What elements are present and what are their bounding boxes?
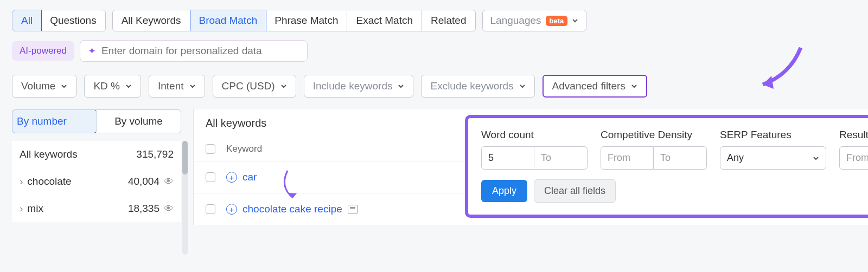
- keyword-link[interactable]: car: [242, 171, 257, 183]
- add-icon[interactable]: +: [226, 204, 237, 215]
- sidebar-item-count: 18,335👁: [128, 203, 174, 215]
- select-all-checkbox[interactable]: [206, 144, 215, 154]
- filter-kd[interactable]: KD %: [84, 75, 141, 98]
- filter-row: Volume KD % Intent CPC (USD) Include key…: [0, 65, 868, 103]
- keyword-cell[interactable]: + chocolate cake recipe: [226, 203, 454, 215]
- filter-exclude[interactable]: Exclude keywords: [421, 75, 534, 98]
- results-serp-filter: Results in SERP: [839, 129, 868, 170]
- chevron-right-icon: ›: [20, 203, 23, 215]
- chevron-down-icon: [280, 83, 287, 89]
- sidebar-item-count: 40,004👁: [128, 176, 174, 187]
- word-count-to[interactable]: [534, 146, 588, 170]
- chevron-down-icon: [398, 83, 404, 89]
- filter-include-label: Include keywords: [313, 80, 393, 92]
- serp-features-select[interactable]: Any: [720, 146, 826, 170]
- sidebar-row-all[interactable]: All keywords 315,792: [12, 141, 181, 168]
- domain-input-wrap[interactable]: ✦: [80, 40, 308, 62]
- sidebar-row-chocolate[interactable]: ›chocolate 40,004👁: [12, 168, 181, 195]
- chevron-down-icon: [189, 83, 196, 89]
- serp-features-filter: SERP Features Any: [720, 129, 826, 170]
- competitive-to[interactable]: [654, 146, 707, 170]
- col-keyword[interactable]: Keyword: [226, 144, 454, 154]
- filter-include[interactable]: Include keywords: [304, 75, 414, 98]
- filter-intent[interactable]: Intent: [149, 75, 205, 98]
- chevron-down-icon: [519, 83, 526, 89]
- sidebar-item-label: ›mix: [20, 203, 43, 215]
- sidebar-item-label: ›chocolate: [20, 176, 72, 187]
- ai-row: AI-powered ✦: [0, 37, 868, 65]
- chevron-right-icon: ›: [20, 176, 23, 187]
- tab-group-type: All Questions: [12, 10, 106, 31]
- sidebar-all-count: 315,792: [136, 148, 174, 160]
- sidebar: By number By volume All keywords 315,792…: [12, 109, 181, 225]
- row-checkbox[interactable]: [206, 204, 215, 214]
- beta-badge: beta: [546, 16, 568, 26]
- results-from[interactable]: [839, 146, 868, 170]
- results-serp-label: Results in SERP: [839, 129, 868, 141]
- clear-all-button[interactable]: Clear all fields: [534, 179, 616, 203]
- tab-related[interactable]: Related: [422, 10, 475, 31]
- chevron-down-icon: [572, 17, 578, 24]
- domain-input[interactable]: [101, 45, 299, 57]
- word-count-from[interactable]: [481, 146, 534, 170]
- chevron-down-icon: [61, 83, 67, 89]
- tab-broad-match[interactable]: Broad Match: [190, 10, 267, 31]
- tab-questions[interactable]: Questions: [41, 10, 105, 31]
- sidebar-tab-volume[interactable]: By volume: [97, 110, 181, 133]
- languages-dropdown[interactable]: Languages beta: [482, 10, 587, 31]
- filter-advanced-label: Advanced filters: [552, 80, 626, 92]
- competitive-label: Competitive Density: [601, 129, 707, 141]
- scrollbar-thumb[interactable]: [182, 141, 188, 174]
- serp-features-label: SERP Features: [720, 129, 826, 141]
- competitive-density-filter: Competitive Density: [601, 129, 707, 170]
- keyword-link[interactable]: chocolate cake recipe: [242, 203, 342, 215]
- sidebar-count-text: 18,335: [128, 203, 159, 215]
- filter-intent-label: Intent: [158, 80, 184, 92]
- table-title: All keywords: [206, 117, 266, 129]
- tab-exact-match[interactable]: Exact Match: [347, 10, 422, 31]
- sidebar-list: All keywords 315,792 ›chocolate 40,004👁 …: [12, 141, 181, 222]
- sidebar-item-text: mix: [27, 203, 43, 215]
- filter-kd-label: KD %: [93, 80, 120, 92]
- competitive-from[interactable]: [601, 146, 654, 170]
- chevron-down-icon: [631, 83, 637, 89]
- filter-advanced[interactable]: Advanced filters: [542, 75, 647, 98]
- sidebar-tab-number[interactable]: By number: [12, 109, 97, 133]
- sidebar-tabs: By number By volume: [12, 109, 181, 133]
- row-checkbox[interactable]: [206, 172, 215, 182]
- languages-label: Languages: [490, 15, 541, 27]
- tab-all-keywords[interactable]: All Keywords: [113, 10, 190, 31]
- chevron-down-icon: [125, 83, 132, 89]
- filter-exclude-label: Exclude keywords: [430, 80, 513, 92]
- serp-any-label: Any: [727, 152, 744, 164]
- filter-cpc-label: CPC (USD): [222, 80, 275, 92]
- main-area: By number By volume All keywords 315,792…: [0, 103, 868, 225]
- add-icon[interactable]: +: [226, 172, 237, 183]
- keyword-cell[interactable]: + car: [226, 171, 454, 183]
- chevron-down-icon: [813, 155, 819, 161]
- sparkle-icon: ✦: [88, 45, 96, 57]
- ai-powered-badge: AI-powered: [12, 41, 74, 61]
- apply-button[interactable]: Apply: [481, 180, 527, 202]
- filter-volume[interactable]: Volume: [12, 75, 76, 98]
- sidebar-all-label: All keywords: [20, 148, 78, 160]
- filter-volume-label: Volume: [21, 80, 55, 92]
- filter-cpc[interactable]: CPC (USD): [213, 75, 296, 98]
- top-tab-bar: All Questions All Keywords Broad Match P…: [0, 0, 868, 37]
- word-count-filter: Word count: [481, 129, 588, 170]
- word-count-label: Word count: [481, 129, 588, 141]
- tab-phrase-match[interactable]: Phrase Match: [266, 10, 347, 31]
- sidebar-item-text: chocolate: [27, 176, 71, 187]
- tab-all[interactable]: All: [12, 10, 42, 31]
- sidebar-row-mix[interactable]: ›mix 18,335👁: [12, 195, 181, 222]
- eye-icon[interactable]: 👁: [164, 176, 174, 187]
- tab-group-match: All Keywords Broad Match Phrase Match Ex…: [112, 10, 476, 31]
- advanced-filters-panel: Word count Competitive Density SERP Feat…: [465, 115, 868, 218]
- eye-icon[interactable]: 👁: [164, 203, 174, 215]
- sidebar-count-text: 40,004: [128, 176, 159, 187]
- serp-icon[interactable]: [348, 205, 358, 213]
- table-area: All keywords Update0/1, Keyword m. SF + …: [193, 109, 868, 225]
